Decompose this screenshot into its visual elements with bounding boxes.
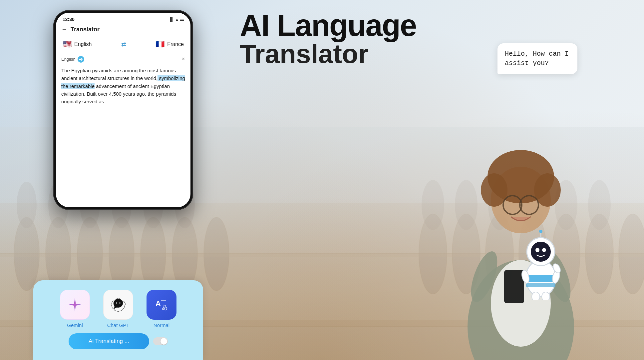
target-flag: 🇫🇷 [156,40,164,49]
svg-marker-31 [79,58,82,61]
signal-icon: ▐▌ [169,17,174,21]
ai-mode-selector: Gemini Chat GPT [44,290,192,328]
ai-options-panel: Gemini Chat GPT [33,280,203,360]
normal-label: Normal [154,322,169,328]
chatgpt-option[interactable]: Chat GPT [103,290,133,328]
back-button[interactable]: ← [61,26,67,33]
speaker-button[interactable] [78,56,84,63]
phone-status-bar: 12:30 ▐▌ ▲ ▬ [56,13,190,23]
svg-text:あ: あ [161,304,167,311]
hero-title-ai: AI Language [240,10,416,41]
clear-button[interactable]: × [181,56,185,63]
toggle-switch[interactable] [153,337,168,345]
main-content: 12:30 ▐▌ ▲ ▬ ← Translator 🇺🇸 [0,0,644,360]
speaker-svg [79,57,83,61]
swap-languages-button[interactable]: ⇄ [121,41,126,48]
normal-option[interactable]: A あ Normal [147,290,176,328]
chat-bubble: Hello, How can I assist you? [497,43,577,74]
target-language[interactable]: 🇫🇷 France [156,40,184,49]
phone-screen: 12:30 ▐▌ ▲ ▬ ← Translator 🇺🇸 [56,13,190,207]
app-title: Translator [71,26,100,33]
chatgpt-icon-box [103,290,133,320]
translate-button[interactable]: Ai Translating ... [69,333,149,349]
hero-title-sub: Translator [240,41,416,67]
gemini-icon-box [60,290,90,320]
gemini-star-icon [67,296,83,313]
phone-header: ← Translator [56,23,190,36]
input-language-label: English [61,56,84,63]
svg-rect-36 [526,275,555,282]
text-area-header: English × [56,53,190,64]
translate-action-row: Ai Translating ... [44,333,192,349]
right-section: AI Language Translator Hello, How can I … [226,0,644,360]
chatgpt-icon-svg [110,296,127,313]
source-language[interactable]: 🇺🇸 English [63,40,92,49]
source-lang-name: English [74,41,92,47]
input-lang-text: English [61,57,76,62]
left-section: 12:30 ▐▌ ▲ ▬ ← Translator 🇺🇸 [0,0,226,360]
battery-icon: ▬ [180,17,184,21]
translate-icon-svg: A あ [153,296,170,313]
svg-point-38 [531,242,551,262]
svg-point-42 [539,230,542,233]
phone-mockup: 12:30 ▐▌ ▲ ▬ ← Translator 🇺🇸 [53,10,193,210]
svg-point-40 [542,248,546,252]
svg-point-47 [542,292,550,300]
robot-character [517,227,561,293]
hero-title-block: AI Language Translator [240,10,416,67]
source-flag: 🇺🇸 [63,40,72,49]
chat-bubble-text: Hello, How can I assist you? [505,50,569,67]
svg-point-39 [535,248,539,252]
gemini-option[interactable]: Gemini [60,290,90,328]
chatgpt-label: Chat GPT [107,322,130,328]
svg-point-46 [532,292,540,300]
normal-icon-box: A あ [147,290,176,320]
status-icons: ▐▌ ▲ ▬ [169,17,184,21]
translation-text-input[interactable]: The Egyptian pyramids are among the most… [56,64,190,111]
wifi-icon: ▲ [175,17,179,21]
robot-svg [517,227,564,300]
svg-rect-48 [526,283,555,287]
target-lang-name: France [167,41,184,47]
status-time: 12:30 [63,17,75,22]
language-selector-row: 🇺🇸 English ⇄ 🇫🇷 France [56,36,190,53]
gemini-label: Gemini [67,322,83,328]
svg-text:A: A [156,299,161,308]
